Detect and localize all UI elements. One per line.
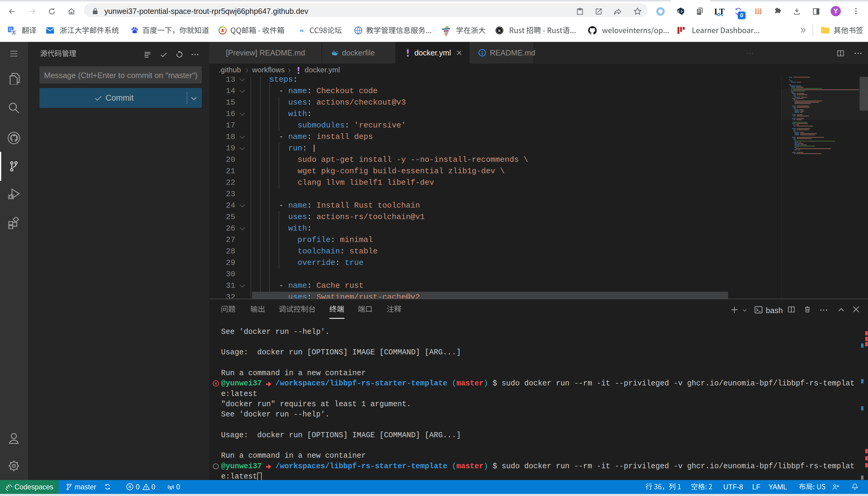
svg-text:98: 98 <box>300 29 303 33</box>
svg-text:R: R <box>498 29 501 33</box>
